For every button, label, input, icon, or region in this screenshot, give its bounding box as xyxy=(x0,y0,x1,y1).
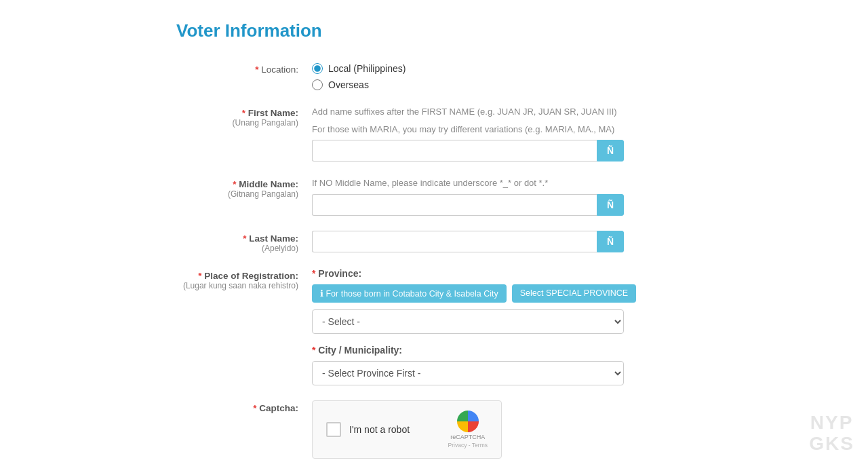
last-name-sublabel: (Apelyido) xyxy=(176,244,298,253)
middle-name-label: * Middle Name: (Gitnang Pangalan) xyxy=(176,176,312,199)
captcha-label-text: Captcha: xyxy=(259,403,298,413)
recaptcha-label: reCAPTCHA xyxy=(450,434,485,440)
recaptcha-logo-icon xyxy=(457,411,479,432)
middle-name-sublabel: (Gitnang Pangalan) xyxy=(176,189,298,199)
location-local-option[interactable]: Local (Philippines) xyxy=(312,63,848,74)
province-label: * Province: xyxy=(312,268,848,279)
city-required: * xyxy=(312,345,315,356)
city-section: * City / Municipality: - Select Province… xyxy=(312,345,848,385)
city-select[interactable]: - Select Province First - xyxy=(312,361,624,385)
place-registration-row: * Place of Registration: (Lugar kung saa… xyxy=(176,268,848,385)
last-name-required: * xyxy=(243,233,246,244)
first-name-row: * First Name: (Unang Pangalan) Add name … xyxy=(176,105,848,162)
province-label-text: Province: xyxy=(318,268,361,279)
captcha-row: * Captcha: I'm not a robot reCAPTCHA Pri… xyxy=(176,400,848,459)
first-name-hint2: For those with MARIA, you may try differ… xyxy=(312,123,848,136)
middle-name-content: If NO Middle Name, please indicate under… xyxy=(312,176,848,216)
location-label: * Location: xyxy=(176,62,312,75)
special-buttons-group: ℹ For those born in Cotabato City & Isab… xyxy=(312,284,848,303)
city-label-text: City / Municipality: xyxy=(318,345,402,356)
location-overseas-label: Overseas xyxy=(328,79,369,90)
page-title: Voter Information xyxy=(176,20,848,41)
location-required: * xyxy=(255,64,258,75)
first-name-content: Add name suffixes after the FIRST NAME (… xyxy=(312,105,848,162)
middle-name-input-group: Ñ xyxy=(312,194,624,216)
place-registration-label: * Place of Registration: (Lugar kung saa… xyxy=(176,268,312,290)
last-name-input-group: Ñ xyxy=(312,231,624,252)
middle-name-row: * Middle Name: (Gitnang Pangalan) If NO … xyxy=(176,176,848,216)
last-name-label: * Last Name: (Apelyido) xyxy=(176,231,312,253)
middle-name-hint: If NO Middle Name, please indicate under… xyxy=(312,176,848,190)
location-local-radio[interactable] xyxy=(312,63,323,74)
captcha-widget: I'm not a robot reCAPTCHA Privacy - Term… xyxy=(312,400,502,459)
province-required: * xyxy=(312,268,315,279)
captcha-content: I'm not a robot reCAPTCHA Privacy - Term… xyxy=(312,400,848,459)
province-select[interactable]: - Select - xyxy=(312,309,624,334)
place-registration-content: * Province: ℹ For those born in Cotabato… xyxy=(312,268,848,385)
last-name-input[interactable] xyxy=(312,231,597,252)
captcha-right: reCAPTCHA Privacy - Terms xyxy=(448,411,488,449)
province-section: * Province: ℹ For those born in Cotabato… xyxy=(312,268,848,334)
location-local-label: Local (Philippines) xyxy=(328,63,406,74)
captcha-left: I'm not a robot xyxy=(326,422,410,437)
city-label: * City / Municipality: xyxy=(312,345,848,356)
place-registration-label-text: Place of Registration: xyxy=(204,271,298,281)
first-name-label-text: First Name: xyxy=(248,108,298,118)
captcha-label: * Captcha: xyxy=(176,400,312,413)
last-name-row: * Last Name: (Apelyido) Ñ xyxy=(176,231,848,253)
location-overseas-radio[interactable] xyxy=(312,79,323,90)
middle-name-n-button[interactable]: Ñ xyxy=(597,194,624,216)
recaptcha-links: Privacy - Terms xyxy=(448,442,488,449)
last-name-content: Ñ xyxy=(312,231,848,252)
first-name-hint1: Add name suffixes after the FIRST NAME (… xyxy=(312,105,848,119)
last-name-label-text: Last Name: xyxy=(249,233,298,244)
cotabato-info-button[interactable]: ℹ For those born in Cotabato City & Isab… xyxy=(312,284,507,303)
location-content: Local (Philippines) Overseas xyxy=(312,62,848,90)
first-name-required: * xyxy=(242,108,245,118)
place-registration-required: * xyxy=(198,271,201,281)
location-row: * Location: Local (Philippines) Overseas xyxy=(176,62,848,90)
place-registration-sublabel: (Lugar kung saan naka rehistro) xyxy=(176,281,298,290)
first-name-n-button[interactable]: Ñ xyxy=(597,140,624,162)
captcha-required: * xyxy=(253,403,256,413)
captcha-text: I'm not a robot xyxy=(349,424,410,435)
location-label-text: Location: xyxy=(261,64,298,75)
captcha-checkbox[interactable] xyxy=(326,422,341,437)
first-name-sublabel: (Unang Pangalan) xyxy=(176,118,298,128)
special-province-button[interactable]: Select SPECIAL PROVINCE xyxy=(512,284,636,303)
location-radio-group: Local (Philippines) Overseas xyxy=(312,62,848,90)
middle-name-label-text: Middle Name: xyxy=(239,179,298,189)
first-name-input-group: Ñ xyxy=(312,140,624,162)
last-name-n-button[interactable]: Ñ xyxy=(597,231,624,252)
first-name-input[interactable] xyxy=(312,140,597,162)
location-overseas-option[interactable]: Overseas xyxy=(312,79,848,90)
middle-name-required: * xyxy=(233,179,236,189)
middle-name-input[interactable] xyxy=(312,194,597,216)
first-name-label: * First Name: (Unang Pangalan) xyxy=(176,105,312,128)
